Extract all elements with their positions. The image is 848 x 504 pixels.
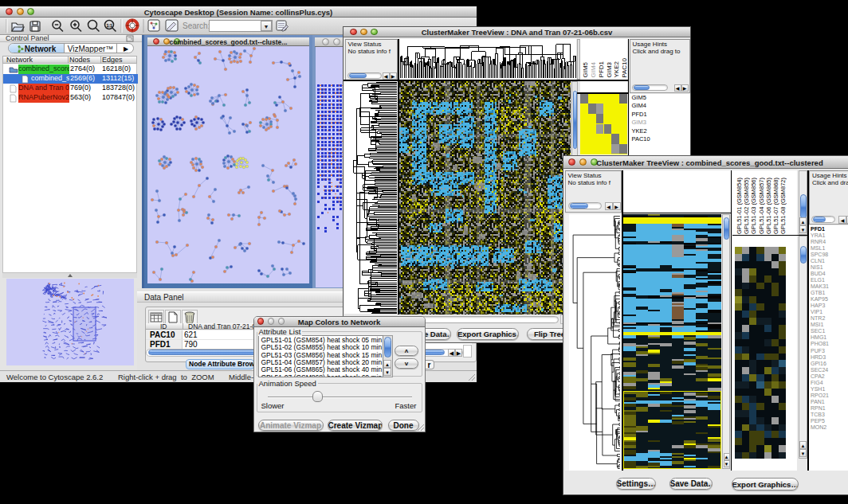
svg-text:1:1: 1:1 <box>107 23 113 28</box>
svg-text:Search:: Search: <box>183 21 210 30</box>
